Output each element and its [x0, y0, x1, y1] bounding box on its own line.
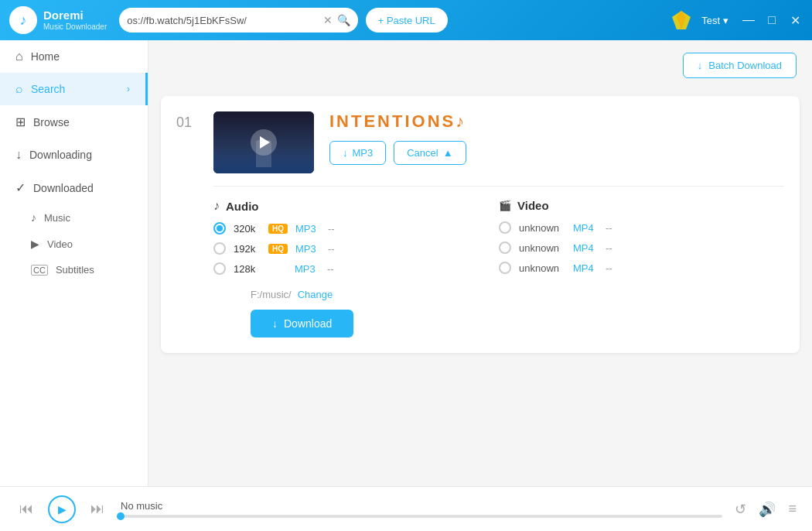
- sidebar-subitem-video[interactable]: ▶ Video: [0, 231, 148, 257]
- audio-format-2: MP3: [295, 263, 319, 275]
- audio-format-0: MP3: [295, 223, 320, 235]
- sidebar-subitem-label: Music: [44, 212, 70, 224]
- thumbnail-play-button[interactable]: [251, 129, 277, 156]
- app-logo: ♪ Doremi Music Downloader: [9, 6, 107, 34]
- video-radio-1[interactable]: [499, 242, 511, 254]
- sidebar-subitem-subtitles[interactable]: CC Subtitles: [0, 257, 148, 283]
- maximize-button[interactable]: □: [764, 13, 780, 27]
- mp3-button[interactable]: ↓ MP3: [329, 141, 386, 165]
- sidebar: ⌂ Home ⌕ Search › ⊞ Browse ↓ Downloading…: [0, 40, 148, 486]
- subtitles-icon: CC: [31, 265, 48, 276]
- cancel-button[interactable]: Cancel ▲: [394, 141, 466, 165]
- batch-download-icon: ↓: [698, 60, 703, 71]
- paste-url-button[interactable]: + Paste URL: [366, 8, 448, 33]
- sidebar-subitem-music[interactable]: ♪ Music: [0, 204, 148, 231]
- audio-radio-1[interactable]: [213, 242, 226, 255]
- video-header: 🎬 Video: [499, 199, 784, 212]
- user-label: Test: [701, 15, 720, 26]
- prev-button[interactable]: ⏮: [15, 498, 37, 520]
- url-text: os://fb.watch/5j1EbKFsSw/: [127, 15, 318, 26]
- audio-radio-0[interactable]: [213, 222, 226, 235]
- video-option-0[interactable]: unknown MP4 --: [499, 221, 784, 234]
- player-info: No music: [121, 500, 722, 518]
- download-icon: ↓: [343, 147, 348, 159]
- playlist-icon[interactable]: ≡: [788, 501, 797, 517]
- music-icon: ♪: [31, 211, 36, 224]
- user-menu[interactable]: Test ▾: [701, 15, 728, 26]
- audio-size-1: --: [328, 243, 335, 255]
- play-triangle-icon: [260, 136, 270, 149]
- sidebar-item-label: Downloading: [29, 149, 92, 161]
- browse-icon: ⊞: [15, 115, 26, 129]
- audio-header: ♪ Audio: [213, 199, 499, 213]
- song-card: 01 INTENTIONS♪ ↓ MP3: [161, 96, 800, 353]
- video-option-2[interactable]: unknown MP4 --: [499, 262, 784, 274]
- download-button[interactable]: ↓ Download: [251, 310, 353, 337]
- audio-bitrate-2: 128k: [234, 263, 261, 275]
- sidebar-item-home[interactable]: ⌂ Home: [0, 40, 148, 73]
- song-title: INTENTIONS♪: [329, 111, 784, 132]
- volume-icon[interactable]: 🔊: [759, 501, 776, 518]
- video-radio-0[interactable]: [499, 221, 511, 234]
- audio-option-1[interactable]: 192k HQ MP3 --: [213, 242, 499, 255]
- play-pause-button[interactable]: ▶: [48, 495, 76, 523]
- audio-format-1: MP3: [295, 243, 320, 255]
- audio-size-0: --: [328, 223, 335, 235]
- video-quality-0: unknown: [519, 222, 565, 234]
- song-thumbnail: [213, 111, 314, 173]
- next-button[interactable]: ⏭: [87, 498, 108, 520]
- sidebar-subitem-label: Subtitles: [56, 264, 94, 276]
- player-progress-bar[interactable]: [121, 515, 722, 518]
- audio-size-2: --: [327, 263, 334, 275]
- url-search-icon[interactable]: 🔍: [337, 14, 350, 26]
- folder-path-text: F:/music/: [251, 289, 292, 300]
- cancel-label: Cancel: [407, 147, 438, 159]
- batch-download-button[interactable]: ↓ Batch Download: [683, 53, 797, 78]
- logo-text: Doremi Music Downloader: [43, 9, 107, 32]
- chevron-right-icon: ›: [127, 84, 130, 94]
- audio-radio-2[interactable]: [213, 262, 226, 275]
- minimize-button[interactable]: —: [741, 13, 756, 27]
- downloading-icon: ↓: [15, 148, 22, 162]
- player-bar: ⏮ ▶ ⏭ No music ↺ 🔊 ≡: [0, 486, 812, 531]
- sidebar-item-label: Browse: [33, 116, 70, 128]
- close-button[interactable]: ✕: [787, 13, 803, 28]
- url-bar[interactable]: os://fb.watch/5j1EbKFsSw/ ✕ 🔍: [119, 8, 357, 33]
- song-info: INTENTIONS♪ ↓ MP3 Cancel ▲: [329, 111, 784, 165]
- video-option-1[interactable]: unknown MP4 --: [499, 242, 784, 254]
- home-icon: ⌂: [15, 50, 23, 63]
- audio-option-0[interactable]: 320k HQ MP3 --: [213, 222, 499, 235]
- sidebar-item-downloading[interactable]: ↓ Downloading: [0, 139, 148, 171]
- app-subtitle: Music Downloader: [43, 22, 107, 32]
- sidebar-item-search[interactable]: ⌕ Search ›: [0, 73, 148, 105]
- video-size-0: --: [606, 222, 612, 234]
- video-radio-2[interactable]: [499, 262, 511, 274]
- sidebar-item-downloaded[interactable]: ✓ Downloaded: [0, 171, 148, 204]
- download-btn-icon: ↓: [272, 317, 278, 330]
- format-columns: ♪ Audio 320k HQ MP3 --: [213, 199, 784, 283]
- sidebar-item-label: Search: [31, 83, 65, 95]
- song-number: 01: [176, 111, 198, 131]
- video-format-0: MP4: [573, 222, 598, 234]
- repeat-icon[interactable]: ↺: [735, 501, 746, 518]
- app-name: Doremi: [43, 9, 107, 22]
- main-layout: ⌂ Home ⌕ Search › ⊞ Browse ↓ Downloading…: [0, 40, 812, 486]
- hq-badge-0: HQ: [268, 224, 288, 234]
- video-header-label: Video: [517, 199, 549, 212]
- chevron-down-icon: ▾: [723, 15, 728, 26]
- download-btn-label: Download: [284, 317, 332, 330]
- audio-bitrate-0: 320k: [234, 223, 261, 235]
- video-format-1: MP4: [573, 242, 598, 254]
- video-size-2: --: [606, 262, 612, 274]
- song-header: 01 INTENTIONS♪ ↓ MP3: [176, 111, 784, 173]
- sidebar-item-label: Home: [31, 50, 60, 63]
- audio-option-2[interactable]: 128k MP3 --: [213, 262, 499, 275]
- change-folder-link[interactable]: Change: [298, 289, 333, 300]
- video-size-1: --: [606, 242, 612, 254]
- sidebar-item-label: Downloaded: [33, 182, 94, 194]
- downloaded-icon: ✓: [15, 180, 26, 195]
- url-clear-icon[interactable]: ✕: [323, 14, 333, 26]
- sidebar-subitem-label: Video: [47, 238, 73, 250]
- sidebar-item-browse[interactable]: ⊞ Browse: [0, 105, 148, 139]
- video-format-2: MP4: [573, 262, 598, 274]
